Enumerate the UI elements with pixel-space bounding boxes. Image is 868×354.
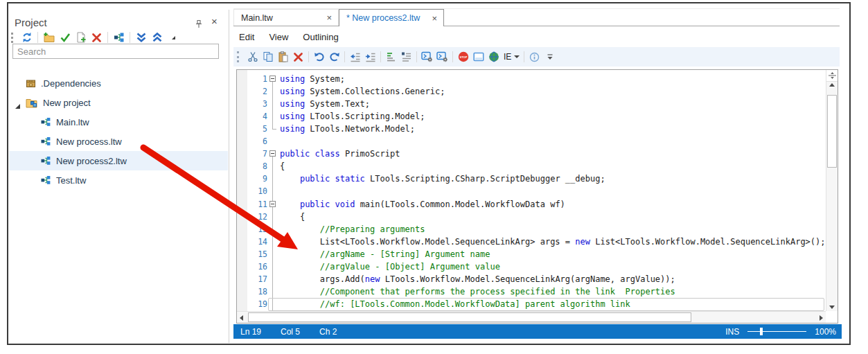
code-line[interactable]: 12 { — [237, 211, 826, 223]
validate-button[interactable] — [57, 30, 72, 45]
menu-edit[interactable]: Edit — [239, 32, 254, 44]
vertical-scrollbar[interactable] — [826, 70, 838, 311]
status-char: Ch 2 — [319, 327, 337, 337]
cut-button[interactable] — [245, 50, 260, 64]
workflow-button[interactable] — [112, 30, 126, 45]
scroll-right-icon[interactable] — [820, 315, 823, 321]
delete-button[interactable] — [89, 30, 104, 45]
tree-item-new-process2-ltw[interactable]: New process2.ltw — [9, 151, 228, 170]
tree-item-new-project[interactable]: New project — [9, 93, 228, 112]
tab-main-ltw[interactable]: Main.ltw× — [233, 9, 339, 26]
tab-label: Main.ltw — [241, 13, 273, 23]
tree-item-new-process-ltw[interactable]: New process.ltw — [9, 132, 228, 151]
line-number: 19 — [245, 298, 267, 310]
stop-button[interactable]: STOP — [456, 50, 470, 64]
more-options-button[interactable] — [166, 30, 180, 45]
horizontal-scroll-thumb[interactable] — [248, 312, 691, 322]
toolbar-grip[interactable] — [11, 33, 17, 43]
code-line[interactable]: 2using System.Collections.Generic; — [237, 85, 826, 98]
tab-close-icon[interactable]: × — [432, 14, 437, 23]
script-settings2-button[interactable] — [435, 50, 450, 64]
code-line[interactable]: 19 //wf: [LTools.Common.Model.WorkflowDa… — [237, 298, 826, 310]
code-text: //wf: [LTools.Common.Model.WorkflowData]… — [280, 298, 630, 310]
menu-view[interactable]: View — [269, 32, 288, 44]
code-line[interactable]: 7public class PrimoScript — [237, 148, 826, 160]
code-line[interactable]: 4using LTools.Scripting.Model; — [237, 110, 826, 123]
indent-button[interactable] — [363, 50, 378, 64]
window-button[interactable] — [471, 50, 486, 64]
pin-icon[interactable] — [195, 19, 203, 31]
code-line[interactable]: 13 //Preparing arguments — [237, 223, 826, 236]
scroll-down-icon[interactable] — [826, 306, 838, 309]
add-file-button[interactable] — [73, 30, 88, 45]
code-text: using System; — [280, 73, 345, 85]
format-lines-button[interactable] — [384, 50, 398, 64]
fold-collapse-icon[interactable] — [269, 201, 276, 207]
collapse-all-button[interactable] — [134, 30, 148, 45]
code-line[interactable]: 9 public static LTools.Scripting.CSharp.… — [237, 172, 826, 185]
format-block-button[interactable] — [399, 50, 414, 64]
split-grip-icon[interactable] — [826, 70, 838, 82]
code-line[interactable]: 5using LTools.Network.Model; — [237, 123, 826, 135]
caret-icon — [170, 35, 176, 40]
menu-outlining[interactable]: Outlining — [303, 32, 338, 44]
code-line[interactable]: 16 //argValue - [Object] Argument value — [237, 260, 826, 273]
globe-button[interactable] — [486, 50, 501, 64]
code-text: using System.Collections.Generic; — [280, 85, 445, 98]
code-area[interactable]: 1using System;2using System.Collections.… — [237, 70, 826, 311]
redo-button[interactable] — [327, 50, 342, 64]
project-panel-title: Project — [15, 17, 47, 28]
scroll-left-icon[interactable] — [240, 315, 243, 321]
vertical-scroll-thumb[interactable] — [827, 95, 837, 168]
fold-collapse-icon[interactable] — [269, 150, 276, 157]
search-input[interactable] — [12, 44, 219, 59]
toolbar-overflow-button[interactable] — [542, 50, 557, 64]
code-line[interactable]: 11 public void main(LTools.Common.Model.… — [237, 198, 826, 211]
copy-button[interactable] — [260, 50, 275, 64]
toolbar-separator — [107, 32, 108, 43]
code-line[interactable]: 8{ — [237, 160, 826, 172]
add-folder-button[interactable] — [42, 30, 56, 45]
line-number: 11 — [245, 198, 267, 211]
zoom-slider[interactable] — [747, 328, 806, 335]
code-line[interactable]: 3using System.Text; — [237, 98, 826, 110]
workflow-file-icon — [41, 175, 51, 185]
info-icon — [529, 52, 540, 62]
info-button[interactable] — [527, 50, 542, 64]
code-text: //Component that performs the process sp… — [280, 285, 675, 298]
horizontal-scrollbar[interactable] — [237, 311, 826, 323]
outdent-button[interactable] — [348, 50, 362, 64]
scroll-up-icon[interactable] — [826, 83, 838, 87]
tree-item-test-ltw[interactable]: Test.ltw — [9, 170, 228, 190]
toolbar-grip[interactable] — [237, 51, 242, 62]
tree-item-main-ltw[interactable]: Main.ltw — [9, 112, 228, 132]
refresh-button[interactable] — [19, 30, 34, 45]
browser-select[interactable]: IE — [502, 50, 521, 64]
line-number: 8 — [245, 160, 267, 172]
tab-new-process2-ltw[interactable]: * New process2.ltw× — [339, 9, 444, 26]
code-line[interactable]: 10 — [237, 185, 826, 197]
code-line[interactable]: 6 — [237, 135, 826, 148]
tree-item-dependencies[interactable]: .Dependencies — [9, 73, 228, 93]
delete-button[interactable] — [291, 50, 305, 64]
code-line[interactable]: 15 //argName - [String] Argument name — [237, 248, 826, 260]
toolbar-separator — [308, 51, 309, 62]
undo-button[interactable] — [312, 50, 326, 64]
paste-icon — [278, 51, 289, 62]
paste-button[interactable] — [276, 50, 290, 64]
close-icon[interactable]: × — [211, 16, 218, 26]
zoom-slider-thumb[interactable] — [760, 328, 763, 335]
expander-icon[interactable] — [15, 100, 21, 112]
tab-close-icon[interactable]: × — [326, 13, 332, 22]
code-editor[interactable]: 1using System;2using System.Collections.… — [236, 69, 838, 324]
outdent-icon — [350, 51, 361, 62]
status-line: Ln 19 — [240, 327, 261, 337]
code-line[interactable]: 1using System; — [237, 73, 826, 85]
script-settings-button[interactable] — [420, 50, 434, 64]
fold-collapse-icon[interactable] — [269, 76, 276, 82]
code-line[interactable]: 18 //Component that performs the process… — [237, 285, 826, 298]
code-line[interactable]: 14 List<LTools.Workflow.Model.SequenceLi… — [237, 236, 826, 248]
code-line[interactable]: 17 args.Add(new LTools.Workflow.Model.Se… — [237, 273, 826, 285]
expand-all-button[interactable] — [150, 30, 164, 45]
code-text: List<LTools.Workflow.Model.SequenceLinkA… — [280, 236, 826, 248]
